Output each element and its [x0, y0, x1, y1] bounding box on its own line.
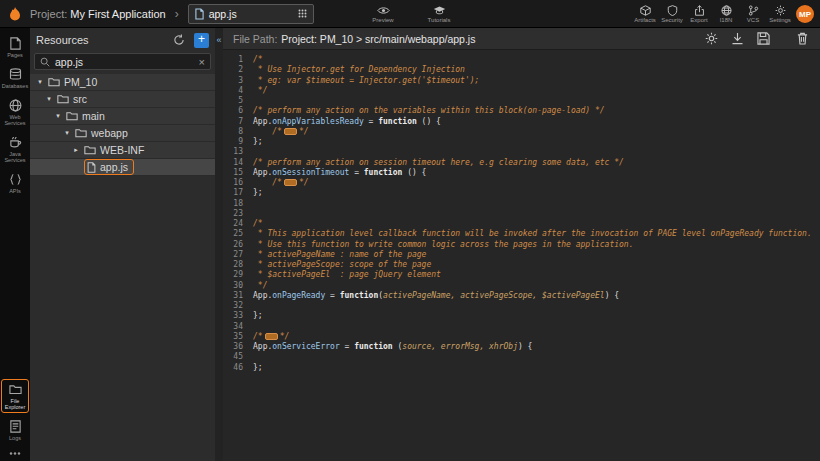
line-number: 23 [223, 209, 243, 219]
code-line[interactable]: 23 [223, 209, 820, 219]
wavemaker-logo-icon[interactable] [0, 6, 30, 22]
web-services-icon [9, 99, 22, 112]
tree-item-label: app.js [100, 161, 128, 173]
sidebar-item-web-services[interactable]: Web Services [1, 95, 29, 129]
line-number: 36 [223, 342, 243, 352]
topbar-action-i18n[interactable]: I18N [715, 5, 737, 23]
topbar-action-vcs[interactable]: VCS [742, 5, 764, 23]
line-number: 3 [223, 76, 243, 86]
chevron-down-icon[interactable]: ▾ [63, 129, 71, 137]
sidebar-item-apis[interactable]: APIs [1, 169, 29, 197]
resources-title: Resources [36, 34, 164, 46]
topbar-action-preview[interactable]: Preview [372, 5, 394, 23]
collapse-panel-icon[interactable]: « [215, 36, 223, 45]
topbar-action-security[interactable]: Security [661, 5, 683, 23]
sidebar-item-pages[interactable]: Pages [1, 33, 29, 61]
code-line[interactable]: 25 * This application level callback fun… [223, 229, 820, 239]
chevron-right-icon[interactable]: ▸ [72, 146, 80, 154]
refresh-icon[interactable] [173, 34, 185, 46]
code-line[interactable]: 36App.onServiceError = function (source,… [223, 342, 820, 352]
code-line[interactable]: 29 * $activePageEl : page jQuery element [223, 270, 820, 280]
code-line[interactable]: 2 * Use Injector.get for Dependency Inje… [223, 65, 820, 75]
logs-icon [9, 420, 22, 433]
code-line[interactable]: 6/* perform any action on the variables … [223, 106, 820, 116]
topbar-action-label: Export [690, 17, 707, 23]
tree-item-webapp[interactable]: ▾webapp [30, 125, 215, 142]
search-input[interactable] [55, 56, 194, 68]
file-path-value: Project: PM_10 > src/main/webapp/app.js [281, 33, 475, 45]
project-name[interactable]: My First Application [70, 8, 165, 20]
code-line[interactable]: 26 * Use this function to write common l… [223, 240, 820, 250]
resources-search[interactable]: × [34, 53, 211, 70]
resources-header: Resources + [30, 28, 215, 52]
add-resource-button[interactable]: + [194, 33, 209, 48]
code-line[interactable]: 18 [223, 199, 820, 209]
code-line[interactable]: 7App.onAppVariablesReady = function () { [223, 117, 820, 127]
folded-code-widget[interactable] [265, 333, 278, 340]
folded-code-widget[interactable] [284, 179, 297, 186]
code-line[interactable]: 30 */ [223, 281, 820, 291]
project-breadcrumb: Project:My First Application [30, 8, 166, 20]
code-line[interactable]: 46}; [223, 363, 820, 373]
more-icon[interactable] [9, 451, 21, 456]
file-tree: ▾PM_10▾src▾main▾webapp▸WEB-INFapp.js [30, 74, 215, 461]
sidebar-item-logs[interactable]: Logs [1, 416, 29, 444]
code-line[interactable]: 15App.onSessionTimeout = function () { [223, 168, 820, 178]
avatar[interactable]: MP [796, 5, 814, 23]
topbar-right-actions: ArtifactsSecurityExportI18NVCSSettings [634, 0, 791, 28]
sidebar-item-file-explorer[interactable]: File Explorer [1, 379, 29, 413]
sidebar-item-databases[interactable]: Databases [1, 64, 29, 92]
gear-icon[interactable] [705, 32, 718, 45]
panel-splitter[interactable]: « [215, 28, 223, 461]
code-line[interactable]: 16 /**/ [223, 178, 820, 188]
sidebar-item-java-services[interactable]: Java Services [1, 132, 29, 166]
code-line[interactable]: 31App.onPageReady = function(activePageN… [223, 291, 820, 301]
code-line[interactable]: 32 [223, 301, 820, 311]
chevron-down-icon[interactable]: ▾ [45, 95, 53, 103]
topbar-action-export[interactable]: Export [688, 5, 710, 23]
tree-item-pm-10[interactable]: ▾PM_10 [30, 74, 215, 91]
folded-code-widget[interactable] [284, 128, 297, 135]
code-line[interactable]: 17}; [223, 188, 820, 198]
file-path-bar: File Path: Project: PM_10 > src/main/web… [223, 28, 820, 50]
open-file-tab[interactable]: app.js [188, 4, 314, 24]
code-line[interactable]: 33}; [223, 311, 820, 321]
topbar-action-tutorials[interactable]: Tutorials [428, 5, 450, 23]
code-line[interactable]: 35/**/ [223, 332, 820, 342]
grid-menu-icon[interactable] [298, 9, 307, 18]
code-line[interactable]: 27 * activePageName : name of the page [223, 250, 820, 260]
tree-item-label: PM_10 [64, 76, 97, 88]
clear-search-icon[interactable]: × [199, 56, 205, 68]
tree-item-src[interactable]: ▾src [30, 91, 215, 108]
topbar-action-label: Artifacts [634, 17, 656, 23]
chevron-down-icon[interactable]: ▾ [54, 112, 62, 120]
code-line[interactable]: 3 * eg: var $timeout = Injector.get('$ti… [223, 76, 820, 86]
code-line[interactable]: 4 */ [223, 86, 820, 96]
code-line[interactable]: 5 [223, 96, 820, 106]
trash-icon[interactable] [797, 32, 808, 45]
download-icon[interactable] [731, 32, 744, 45]
tree-item-web-inf[interactable]: ▸WEB-INF [30, 142, 215, 159]
chevron-down-icon[interactable]: ▾ [36, 78, 44, 86]
topbar-action-settings[interactable]: Settings [769, 5, 791, 23]
save-icon[interactable] [757, 32, 770, 45]
code-editor[interactable]: 1/*2 * Use Injector.get for Dependency I… [223, 50, 820, 461]
code-line[interactable]: 45 [223, 352, 820, 362]
code-line[interactable]: 14/* perform any action on session timeo… [223, 158, 820, 168]
code-line[interactable]: 9}; [223, 137, 820, 147]
code-line[interactable]: 34 [223, 322, 820, 332]
folder-icon [75, 128, 87, 138]
code-line[interactable]: 8 /**/ [223, 127, 820, 137]
tree-item-main[interactable]: ▾main [30, 108, 215, 125]
tree-item-app-js[interactable]: app.js [30, 159, 215, 176]
code-line[interactable]: 24/* [223, 219, 820, 229]
topbar-action-artifacts[interactable]: Artifacts [634, 5, 656, 23]
line-number: 28 [223, 260, 243, 270]
workspace: PagesDatabasesWeb ServicesJava ServicesA… [0, 28, 820, 461]
topbar-action-label: Preview [372, 17, 393, 23]
line-number: 9 [223, 137, 243, 147]
chevron-right-icon[interactable]: › [175, 7, 179, 21]
code-line[interactable]: 28 * activePageScope: scope of the page [223, 260, 820, 270]
code-line[interactable]: 13 [223, 147, 820, 157]
code-line[interactable]: 1/* [223, 55, 820, 65]
